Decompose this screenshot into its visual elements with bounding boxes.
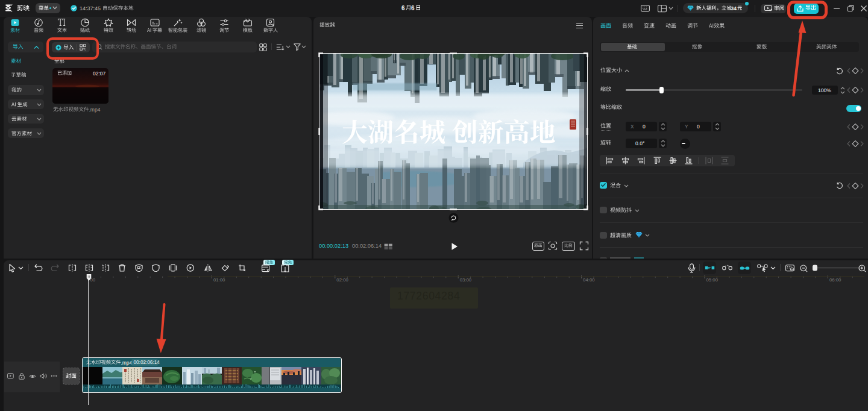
svg-text:05:00: 05:00 xyxy=(706,277,719,283)
svg-text:02:00: 02:00 xyxy=(336,277,348,283)
svg-text:06:00: 06:00 xyxy=(829,277,841,283)
svg-text:.mp4: .mp4 xyxy=(121,360,133,366)
svg-text:00:02:06:14: 00:02:06:14 xyxy=(134,360,160,365)
svg-text:01:00: 01:00 xyxy=(213,277,225,283)
svg-text:03:00: 03:00 xyxy=(460,277,472,283)
svg-text:04:00: 04:00 xyxy=(583,277,595,283)
